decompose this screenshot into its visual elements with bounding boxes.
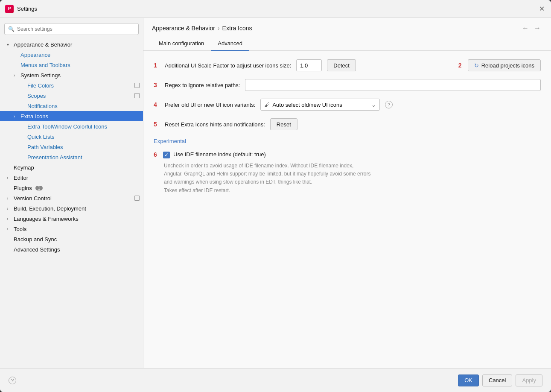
tab-main-configuration[interactable]: Main configuration (152, 37, 211, 51)
item3-label: Regex to ignore relative paths: (165, 82, 240, 88)
breadcrumb-current: Extra Icons (222, 25, 252, 32)
checkmark-icon: ✓ (164, 152, 169, 158)
sidebar-item-label: Extra Icons (20, 113, 48, 120)
item2-number: 2 (458, 62, 464, 69)
checkbox-row: 6 ✓ Use IDE filename index (default: tru… (154, 151, 541, 158)
sidebar-item-extra-toolwindow[interactable]: Extra ToolWindow Colorful Icons (0, 121, 143, 132)
global-help-button[interactable]: ? (9, 377, 16, 384)
cancel-button[interactable]: Cancel (482, 374, 512, 386)
title-bar: P Settings ✕ (0, 0, 551, 18)
chevron-down-icon: ⌄ (371, 102, 376, 108)
item4-number: 4 (154, 101, 160, 108)
chevron-icon: › (14, 114, 19, 119)
sidebar-item-label: Languages & Frameworks (14, 216, 79, 222)
bottom-bar: ? OK Cancel Apply (0, 368, 551, 392)
setting-row-5: 5 Reset Extra Icons hints and notificati… (154, 118, 541, 130)
sidebar-item-label: Editor (14, 175, 28, 181)
window-indicator-icon (134, 93, 140, 98)
sidebar-item-advanced-settings[interactable]: Advanced Settings (0, 244, 143, 255)
app-icon: P (5, 5, 14, 13)
help-icon[interactable]: ? (385, 101, 393, 108)
sidebar-item-presentation-assistant[interactable]: Presentation Assistant (0, 152, 143, 162)
settings-dialog: P Settings ✕ 🔍 ▾ Appearance & Behavior A… (0, 0, 551, 392)
sidebar-item-appearance[interactable]: Appearance (0, 50, 143, 60)
breadcrumb-bar: Appearance & Behavior › Extra Icons ← → (143, 18, 551, 37)
sidebar-item-extra-icons[interactable]: › Extra Icons (0, 111, 143, 121)
paintbrush-icon: 🖌 (264, 102, 270, 108)
chevron-icon: ▾ (7, 42, 12, 47)
chevron-icon: › (7, 196, 12, 201)
sidebar-item-label: Scopes (27, 93, 46, 99)
sidebar-item-languages-frameworks[interactable]: › Languages & Frameworks (0, 214, 143, 224)
chevron-icon: › (7, 216, 12, 221)
content-area: 1 Additional UI Scale Factor to adjust u… (143, 51, 551, 368)
detect-button[interactable]: Detect (327, 59, 356, 71)
ok-button[interactable]: OK (458, 374, 479, 386)
window-indicator-icon (134, 196, 140, 201)
sidebar-item-quick-lists[interactable]: Quick Lists (0, 132, 143, 142)
sidebar-item-appearance-behavior[interactable]: ▾ Appearance & Behavior (0, 39, 143, 50)
sidebar-item-menus-toolbars[interactable]: Menus and Toolbars (0, 60, 143, 70)
sidebar-item-label: Path Variables (27, 144, 63, 150)
main-content: Appearance & Behavior › Extra Icons ← → … (143, 18, 551, 368)
chevron-icon: › (7, 206, 12, 211)
use-ide-index-checkbox[interactable]: ✓ (163, 152, 170, 158)
sidebar-item-version-control[interactable]: › Version Control (0, 193, 143, 203)
apply-button[interactable]: Apply (516, 374, 542, 386)
icon-variant-dropdown[interactable]: 🖌 Auto select old/new UI icons ⌄ (260, 99, 380, 111)
sidebar-item-editor[interactable]: › Editor (0, 173, 143, 183)
reload-icon: ↻ (474, 62, 479, 69)
sidebar-item-file-colors[interactable]: File Colors (0, 80, 143, 91)
sidebar-item-label: Appearance (20, 52, 50, 58)
sidebar-item-plugins[interactable]: Plugins 1 (0, 183, 143, 193)
chevron-icon: › (7, 227, 12, 231)
sidebar-item-label: Appearance & Behavior (14, 41, 72, 48)
close-button[interactable]: ✕ (539, 6, 546, 12)
search-box[interactable]: 🔍 (4, 23, 139, 35)
sidebar-item-tools[interactable]: › Tools (0, 224, 143, 234)
chevron-icon: › (7, 176, 12, 180)
search-input[interactable] (17, 26, 135, 32)
dropdown-value: Auto select old/new UI icons (272, 102, 369, 108)
bottom-right: OK Cancel Apply (458, 374, 542, 386)
nav-buttons: ← → (520, 23, 542, 33)
sidebar-item-label: System Settings (20, 72, 61, 79)
experimental-label: Experimental (154, 138, 541, 144)
item6-description: Uncheck in order to avoid usage of IDE f… (164, 162, 541, 195)
sidebar-item-notifications[interactable]: Notifications (0, 101, 143, 111)
window-indicator-icon (134, 83, 140, 88)
item5-number: 5 (154, 121, 160, 128)
sidebar: 🔍 ▾ Appearance & Behavior Appearance Men… (0, 18, 143, 368)
setting-row-4: 4 Prefer old UI or new UI icon variants:… (154, 99, 541, 111)
bottom-left: ? (9, 377, 16, 384)
sidebar-item-system-settings[interactable]: › System Settings (0, 70, 143, 80)
sidebar-item-keymap[interactable]: Keymap (0, 162, 143, 173)
search-icon: 🔍 (8, 26, 15, 32)
sidebar-item-backup-sync[interactable]: Backup and Sync (0, 234, 143, 244)
sidebar-item-path-variables[interactable]: Path Variables (0, 142, 143, 152)
item1-number: 1 (154, 62, 160, 69)
sidebar-item-build-execution[interactable]: › Build, Execution, Deployment (0, 203, 143, 214)
plugins-badge: 1 (35, 186, 43, 190)
item6-number: 6 (154, 151, 160, 158)
item6-label: Use IDE filename index (default: true) (173, 151, 266, 158)
sidebar-item-scopes[interactable]: Scopes (0, 91, 143, 101)
sidebar-item-label: Quick Lists (27, 134, 55, 140)
scale-factor-input[interactable] (296, 59, 322, 71)
sidebar-item-label: File Colors (27, 82, 54, 89)
sidebar-item-label: Presentation Assistant (27, 154, 82, 161)
forward-button[interactable]: → (532, 23, 542, 33)
sidebar-item-label: Version Control (14, 195, 52, 202)
reset-button[interactable]: Reset (270, 118, 297, 130)
back-button[interactable]: ← (520, 23, 531, 33)
chevron-icon: › (14, 73, 19, 78)
breadcrumb-parent: Appearance & Behavior (152, 25, 215, 32)
dialog-body: 🔍 ▾ Appearance & Behavior Appearance Men… (0, 18, 551, 368)
tab-advanced[interactable]: Advanced (211, 37, 249, 51)
item3-number: 3 (154, 82, 160, 88)
regex-input[interactable] (245, 79, 541, 91)
sidebar-item-label: Advanced Settings (14, 246, 60, 253)
breadcrumb-separator: › (218, 25, 220, 32)
reload-projects-button[interactable]: ↻ Reload projects icons (468, 59, 541, 71)
sidebar-item-label: Backup and Sync (14, 236, 57, 243)
